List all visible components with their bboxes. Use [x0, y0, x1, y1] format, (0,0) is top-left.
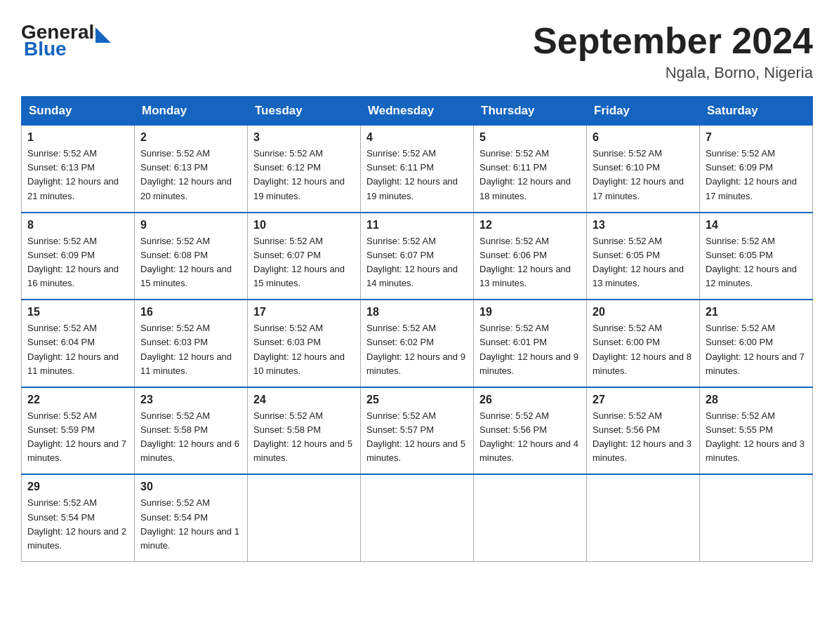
calendar-cell: 15Sunrise: 5:52 AMSunset: 6:04 PMDayligh…	[22, 300, 135, 387]
day-number: 29	[27, 481, 128, 493]
day-info: Sunrise: 5:52 AMSunset: 5:58 PMDaylight:…	[253, 409, 355, 466]
col-friday: Friday	[587, 97, 700, 126]
calendar-week-row: 22Sunrise: 5:52 AMSunset: 5:59 PMDayligh…	[22, 387, 813, 475]
calendar-cell: 13Sunrise: 5:52 AMSunset: 6:05 PMDayligh…	[587, 213, 700, 300]
day-info: Sunrise: 5:52 AMSunset: 6:01 PMDaylight:…	[479, 321, 581, 378]
calendar-cell: 27Sunrise: 5:52 AMSunset: 5:56 PMDayligh…	[587, 387, 700, 475]
col-sunday: Sunday	[22, 97, 135, 126]
calendar-table: Sunday Monday Tuesday Wednesday Thursday…	[21, 96, 813, 562]
calendar-cell: 26Sunrise: 5:52 AMSunset: 5:56 PMDayligh…	[474, 387, 587, 475]
day-number: 8	[27, 219, 128, 232]
day-info: Sunrise: 5:52 AMSunset: 6:06 PMDaylight:…	[479, 234, 581, 291]
day-info: Sunrise: 5:52 AMSunset: 6:00 PMDaylight:…	[593, 321, 694, 378]
day-info: Sunrise: 5:52 AMSunset: 6:13 PMDaylight:…	[140, 147, 241, 203]
calendar-cell: 11Sunrise: 5:52 AMSunset: 6:07 PMDayligh…	[361, 213, 474, 300]
day-number: 16	[140, 306, 241, 318]
day-info: Sunrise: 5:52 AMSunset: 6:12 PMDaylight:…	[253, 147, 355, 203]
calendar-cell: 14Sunrise: 5:52 AMSunset: 6:05 PMDayligh…	[700, 213, 813, 300]
calendar-cell: 6Sunrise: 5:52 AMSunset: 6:10 PMDaylight…	[587, 126, 700, 213]
day-number: 27	[593, 394, 694, 406]
calendar-cell: 3Sunrise: 5:52 AMSunset: 6:12 PMDaylight…	[248, 126, 361, 213]
calendar-cell: 22Sunrise: 5:52 AMSunset: 5:59 PMDayligh…	[22, 387, 135, 475]
logo: General Blue	[21, 21, 111, 60]
day-info: Sunrise: 5:52 AMSunset: 5:59 PMDaylight:…	[27, 409, 128, 466]
calendar-cell: 7Sunrise: 5:52 AMSunset: 6:09 PMDaylight…	[700, 126, 813, 213]
day-info: Sunrise: 5:52 AMSunset: 5:55 PMDaylight:…	[706, 409, 807, 466]
day-info: Sunrise: 5:52 AMSunset: 5:57 PMDaylight:…	[366, 409, 468, 466]
day-info: Sunrise: 5:52 AMSunset: 5:54 PMDaylight:…	[140, 496, 241, 553]
day-number: 14	[706, 219, 807, 232]
calendar-cell: 16Sunrise: 5:52 AMSunset: 6:03 PMDayligh…	[135, 300, 248, 387]
day-number: 17	[253, 306, 355, 318]
calendar-cell: 29Sunrise: 5:52 AMSunset: 5:54 PMDayligh…	[22, 474, 135, 561]
logo-triangle-icon	[95, 27, 111, 43]
calendar-title: September 2024	[533, 21, 813, 61]
col-monday: Monday	[135, 97, 248, 126]
day-number: 22	[27, 394, 128, 406]
day-number: 28	[706, 394, 807, 406]
day-info: Sunrise: 5:52 AMSunset: 5:58 PMDaylight:…	[140, 409, 241, 466]
day-info: Sunrise: 5:52 AMSunset: 5:54 PMDaylight:…	[27, 496, 128, 553]
day-number: 26	[479, 394, 581, 406]
col-tuesday: Tuesday	[248, 97, 361, 126]
day-info: Sunrise: 5:52 AMSunset: 6:13 PMDaylight:…	[27, 147, 128, 203]
calendar-body: 1Sunrise: 5:52 AMSunset: 6:13 PMDaylight…	[22, 126, 813, 562]
calendar-title-area: September 2024 Ngala, Borno, Nigeria	[533, 21, 813, 82]
day-info: Sunrise: 5:52 AMSunset: 6:03 PMDaylight:…	[140, 321, 241, 378]
day-info: Sunrise: 5:52 AMSunset: 6:10 PMDaylight:…	[593, 147, 694, 203]
calendar-week-row: 1Sunrise: 5:52 AMSunset: 6:13 PMDaylight…	[22, 126, 813, 213]
day-number: 19	[479, 306, 581, 318]
col-saturday: Saturday	[700, 97, 813, 126]
calendar-cell: 4Sunrise: 5:52 AMSunset: 6:11 PMDaylight…	[361, 126, 474, 213]
calendar-cell	[700, 474, 813, 561]
calendar-cell: 2Sunrise: 5:52 AMSunset: 6:13 PMDaylight…	[135, 126, 248, 213]
calendar-cell: 12Sunrise: 5:52 AMSunset: 6:06 PMDayligh…	[474, 213, 587, 300]
day-number: 3	[253, 131, 355, 144]
calendar-cell: 20Sunrise: 5:52 AMSunset: 6:00 PMDayligh…	[587, 300, 700, 387]
day-number: 6	[593, 131, 694, 144]
day-info: Sunrise: 5:52 AMSunset: 6:00 PMDaylight:…	[706, 321, 807, 378]
calendar-cell: 1Sunrise: 5:52 AMSunset: 6:13 PMDaylight…	[22, 126, 135, 213]
calendar-cell: 8Sunrise: 5:52 AMSunset: 6:09 PMDaylight…	[22, 213, 135, 300]
calendar-cell: 19Sunrise: 5:52 AMSunset: 6:01 PMDayligh…	[474, 300, 587, 387]
day-info: Sunrise: 5:52 AMSunset: 6:04 PMDaylight:…	[27, 321, 128, 378]
day-info: Sunrise: 5:52 AMSunset: 6:09 PMDaylight:…	[27, 234, 128, 291]
day-info: Sunrise: 5:52 AMSunset: 6:11 PMDaylight:…	[366, 147, 468, 203]
logo-blue-text: Blue	[24, 38, 67, 60]
day-info: Sunrise: 5:52 AMSunset: 6:05 PMDaylight:…	[706, 234, 807, 291]
page-header: General Blue September 2024 Ngala, Borno…	[21, 21, 813, 82]
day-number: 13	[593, 219, 694, 232]
day-info: Sunrise: 5:52 AMSunset: 5:56 PMDaylight:…	[479, 409, 581, 466]
day-info: Sunrise: 5:52 AMSunset: 6:05 PMDaylight:…	[593, 234, 694, 291]
day-info: Sunrise: 5:52 AMSunset: 6:07 PMDaylight:…	[253, 234, 355, 291]
calendar-cell: 30Sunrise: 5:52 AMSunset: 5:54 PMDayligh…	[135, 474, 248, 561]
calendar-cell: 5Sunrise: 5:52 AMSunset: 6:11 PMDaylight…	[474, 126, 587, 213]
calendar-cell: 9Sunrise: 5:52 AMSunset: 6:08 PMDaylight…	[135, 213, 248, 300]
day-number: 21	[706, 306, 807, 318]
day-number: 9	[140, 219, 241, 232]
day-info: Sunrise: 5:52 AMSunset: 6:07 PMDaylight:…	[366, 234, 468, 291]
day-number: 12	[479, 219, 581, 232]
day-info: Sunrise: 5:52 AMSunset: 6:08 PMDaylight:…	[140, 234, 241, 291]
calendar-cell: 21Sunrise: 5:52 AMSunset: 6:00 PMDayligh…	[700, 300, 813, 387]
day-number: 25	[366, 394, 468, 406]
calendar-cell: 23Sunrise: 5:52 AMSunset: 5:58 PMDayligh…	[135, 387, 248, 475]
calendar-cell: 10Sunrise: 5:52 AMSunset: 6:07 PMDayligh…	[248, 213, 361, 300]
calendar-cell	[361, 474, 474, 561]
day-number: 15	[27, 306, 128, 318]
calendar-week-row: 15Sunrise: 5:52 AMSunset: 6:04 PMDayligh…	[22, 300, 813, 387]
calendar-subtitle: Ngala, Borno, Nigeria	[533, 64, 813, 82]
calendar-week-row: 8Sunrise: 5:52 AMSunset: 6:09 PMDaylight…	[22, 213, 813, 300]
calendar-header: Sunday Monday Tuesday Wednesday Thursday…	[22, 97, 813, 126]
calendar-cell	[587, 474, 700, 561]
calendar-cell: 25Sunrise: 5:52 AMSunset: 5:57 PMDayligh…	[361, 387, 474, 475]
calendar-cell	[474, 474, 587, 561]
col-wednesday: Wednesday	[361, 97, 474, 126]
day-info: Sunrise: 5:52 AMSunset: 6:02 PMDaylight:…	[366, 321, 468, 378]
day-number: 2	[140, 131, 241, 144]
day-number: 18	[366, 306, 468, 318]
day-number: 20	[593, 306, 694, 318]
col-thursday: Thursday	[474, 97, 587, 126]
header-row: Sunday Monday Tuesday Wednesday Thursday…	[22, 97, 813, 126]
calendar-cell: 17Sunrise: 5:52 AMSunset: 6:03 PMDayligh…	[248, 300, 361, 387]
